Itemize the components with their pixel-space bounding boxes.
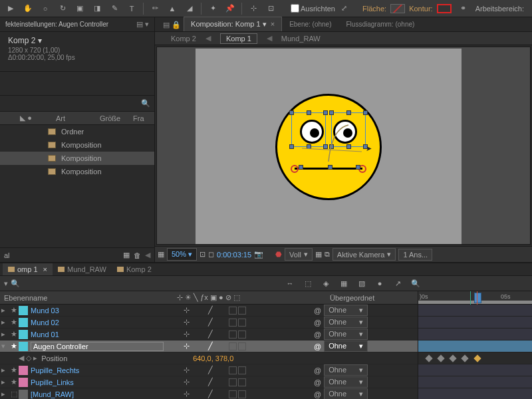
- tl-icon[interactable]: ▦: [336, 276, 352, 291]
- comp-duration: Δ0:00:20:00, 25,00 fps: [8, 54, 146, 61]
- snapshot-icon[interactable]: 📷: [254, 250, 263, 259]
- zoom-dropdown[interactable]: 50% ▾: [167, 248, 197, 261]
- pickwhip-icon[interactable]: @: [314, 331, 321, 338]
- close-icon[interactable]: ×: [271, 20, 275, 28]
- tl-icon[interactable]: ↗: [390, 276, 406, 291]
- align-label: Ausrichten: [301, 5, 335, 13]
- property-row[interactable]: ◀ ◇ ▸ Position 640,0, 378,0: [0, 352, 418, 364]
- pickwhip-icon[interactable]: @: [314, 342, 321, 350]
- pickwhip-icon[interactable]: @: [314, 378, 321, 386]
- tl-icon[interactable]: ◈: [318, 276, 334, 291]
- project-item[interactable]: Komposition: [0, 138, 154, 152]
- footer-left-text: al: [4, 251, 10, 259]
- parent-dropdown[interactable]: Ohne▾: [324, 305, 368, 316]
- project-item[interactable]: Komposition: [0, 152, 154, 165]
- layer-row[interactable]: ▸★ Pupille_Links ⊹╱ @Ohne▾: [0, 376, 418, 388]
- stroke-swatch[interactable]: [437, 4, 452, 13]
- camera-dropdown[interactable]: Aktive Kamera▾: [332, 248, 396, 261]
- snap-icon[interactable]: ⤢: [336, 1, 352, 16]
- res-icon[interactable]: ⊡: [200, 250, 205, 259]
- rotate-tool-icon[interactable]: ↻: [55, 1, 70, 16]
- tab-composition[interactable]: Komposition: Komp 1 ▾×: [184, 17, 282, 31]
- timecode-display[interactable]: 0:00:03:15: [217, 251, 251, 259]
- timeline-tab[interactable]: Mund_RAW: [53, 263, 112, 275]
- breadcrumb: Komp 2 ◀ Komp 1 ◀ Mund_RAW: [155, 32, 532, 45]
- align-checkbox[interactable]: [291, 4, 299, 13]
- project-list: Ordner Komposition Komposition Kompositi…: [0, 125, 154, 247]
- pickwhip-icon[interactable]: @: [314, 319, 321, 327]
- pan-tool-icon[interactable]: ◨: [89, 1, 105, 16]
- stroke-label: Kontur:: [409, 5, 432, 13]
- panel-menu-icon[interactable]: ▤ ▾: [136, 20, 149, 29]
- pen-tool-icon[interactable]: ✎: [106, 1, 122, 16]
- link-icon[interactable]: ⚭: [456, 1, 471, 16]
- position-value[interactable]: 640,0, 378,0: [193, 354, 233, 362]
- tab-layer[interactable]: Ebene: (ohne): [282, 17, 338, 31]
- pickwhip-icon[interactable]: @: [314, 307, 321, 315]
- breadcrumb-item[interactable]: Komp 2: [171, 35, 196, 43]
- layer-row[interactable]: ▸⬚ [Mund_RAW] ⊹╱ @Ohne▾: [0, 388, 418, 399]
- tl-icon[interactable]: 🔍: [408, 276, 424, 291]
- col-switches: ⊹ ☀ ╲ ƒx ▣ ● ⊘ ⬚: [177, 293, 330, 302]
- timeline-tabs: omp 1× Mund_RAW Komp 2: [0, 263, 532, 276]
- channel-icon[interactable]: ⬣: [275, 250, 282, 259]
- parent-dropdown[interactable]: Ohne▾: [324, 376, 368, 388]
- camera-tool-icon[interactable]: ▣: [72, 1, 88, 16]
- selection-tool-icon[interactable]: ▶: [3, 1, 19, 16]
- grid-icon[interactable]: ▦: [158, 250, 164, 259]
- effect-panel-tab[interactable]: fekteinstellungen: Augen Controller: [5, 21, 108, 28]
- search-icon[interactable]: 🔍: [141, 99, 150, 108]
- views-dropdown[interactable]: 1 Ans...: [398, 249, 432, 261]
- layer-row[interactable]: ▸★ Mund 02 ⊹╱ @Ohne▾: [0, 317, 418, 329]
- brush-tool-icon[interactable]: ✏: [147, 1, 163, 16]
- breadcrumb-item[interactable]: Mund_RAW: [281, 35, 321, 43]
- lock-icon[interactable]: ▤ 🔒: [160, 19, 184, 31]
- pickwhip-icon[interactable]: @: [314, 390, 321, 398]
- pickwhip-icon[interactable]: @: [314, 366, 321, 374]
- delete-icon[interactable]: 🗑: [134, 251, 141, 259]
- eraser-tool-icon[interactable]: ◢: [182, 1, 198, 16]
- tl-icon[interactable]: ▧: [354, 276, 370, 291]
- project-item[interactable]: Ordner: [0, 125, 154, 138]
- layer-row[interactable]: ▸★ Mund 03 ⊹╱ @Ohne▾: [0, 305, 418, 317]
- col-parent: Übergeordnet: [330, 294, 414, 302]
- layer-row[interactable]: ▾★ Augen Controller ⊹╱ @Ohne▾: [0, 340, 418, 352]
- fill-label: Fläche:: [362, 5, 386, 13]
- bpc-icon[interactable]: ▦: [123, 251, 130, 259]
- anchor-tool-icon[interactable]: ⊹: [245, 1, 261, 16]
- tl-icon[interactable]: ⬚: [300, 276, 316, 291]
- parent-dropdown[interactable]: Ohne▾: [324, 388, 368, 399]
- parent-dropdown[interactable]: Ohne▾: [324, 317, 368, 328]
- view-icon[interactable]: ▦: [315, 250, 322, 259]
- fill-swatch[interactable]: [390, 4, 405, 13]
- shape-tool-icon[interactable]: ⊡: [263, 1, 279, 16]
- puppet-tool-icon[interactable]: 📌: [222, 1, 238, 16]
- project-column-header: ◣ ● Art Größe Fra: [0, 112, 154, 125]
- parent-dropdown[interactable]: Ohne▾: [324, 329, 368, 340]
- comp-title[interactable]: Komp 2 ▾: [8, 36, 146, 45]
- 3d-icon[interactable]: ⧉: [325, 250, 330, 259]
- timeline-tab[interactable]: omp 1×: [3, 263, 53, 275]
- timeline-tracks[interactable]: )0s 05s: [418, 291, 532, 399]
- roto-tool-icon[interactable]: ✦: [205, 1, 221, 16]
- search-icon[interactable]: 🔍: [11, 279, 20, 288]
- quality-dropdown[interactable]: Voll▾: [285, 248, 313, 261]
- layer-row[interactable]: ▸★ Pupille_Rechts ⊹╱ @Ohne▾: [0, 364, 418, 376]
- parent-dropdown[interactable]: Ohne▾: [324, 340, 368, 352]
- tl-icon[interactable]: ↔: [282, 276, 298, 291]
- project-item[interactable]: Komposition: [0, 165, 154, 178]
- comp-resolution: 1280 x 720 (1,00): [8, 47, 146, 54]
- clone-tool-icon[interactable]: ▲: [164, 1, 180, 16]
- zoom-tool-icon[interactable]: ○: [37, 1, 53, 16]
- hand-tool-icon[interactable]: ✋: [20, 1, 36, 16]
- breadcrumb-item[interactable]: Komp 1: [220, 33, 257, 44]
- composition-viewport[interactable]: ➤: [156, 47, 531, 245]
- tab-flowchart[interactable]: Flussdiagramm: (ohne): [339, 17, 422, 31]
- cursor-icon: ➤: [366, 144, 372, 153]
- tl-icon[interactable]: ●: [372, 276, 388, 291]
- mask-icon[interactable]: ◻: [208, 250, 214, 259]
- text-tool-icon[interactable]: T: [124, 1, 140, 16]
- layer-row[interactable]: ▸★ Mund 01 ⊹╱ @Ohne▾: [0, 329, 418, 340]
- timeline-tab[interactable]: Komp 2: [112, 263, 157, 275]
- parent-dropdown[interactable]: Ohne▾: [324, 364, 368, 376]
